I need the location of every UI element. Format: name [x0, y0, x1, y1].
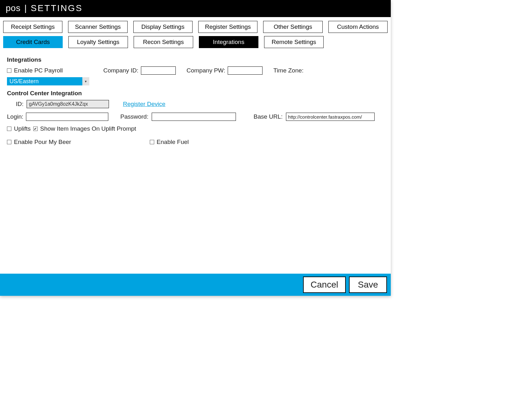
uplifts-row: Uplifts Show Item Images On Uplift Promp…: [7, 125, 384, 132]
cc-login-label: Login:: [7, 113, 23, 120]
register-device-link[interactable]: Register Device: [123, 101, 165, 108]
tabs-container: Receipt Settings Scanner Settings Displa…: [0, 17, 391, 48]
show-item-images-checkbox[interactable]: [33, 127, 38, 131]
tab-credit-cards[interactable]: Credit Cards: [3, 36, 63, 48]
timezone-label: Time Zone:: [273, 67, 303, 74]
misc-enables-row: Enable Pour My Beer Enable Fuel: [7, 139, 384, 146]
tab-custom-actions[interactable]: Custom Actions: [328, 21, 388, 33]
tab-loyalty-settings[interactable]: Loyalty Settings: [68, 36, 128, 48]
cc-id-row: ID: Register Device: [16, 100, 384, 108]
enable-pc-payroll-label: Enable PC Payroll: [14, 67, 63, 74]
cc-id-input[interactable]: [27, 100, 109, 108]
cancel-button[interactable]: Cancel: [303, 277, 346, 293]
company-pw-label: Company PW:: [187, 67, 225, 74]
tabs-row-1: Receipt Settings Scanner Settings Displa…: [3, 21, 388, 33]
enable-fuel-checkbox[interactable]: [150, 140, 154, 144]
save-button[interactable]: Save: [349, 277, 387, 293]
tabs-row-2: Credit Cards Loyalty Settings Recon Sett…: [3, 36, 388, 48]
control-center-title: Control Center Integration: [7, 90, 384, 97]
uplifts-checkbox[interactable]: [7, 127, 11, 131]
timezone-selected-value: US/Eastern: [10, 78, 39, 85]
page-section: SETTINGS: [31, 3, 83, 13]
cc-login-input[interactable]: [26, 113, 108, 121]
company-id-label: Company ID:: [103, 67, 138, 74]
tab-register-settings[interactable]: Register Settings: [198, 21, 257, 33]
settings-window: pos | SETTINGS Receipt Settings Scanner …: [0, 0, 391, 296]
footer-bar: Cancel Save: [0, 274, 391, 296]
window-titlebar: pos | SETTINGS: [0, 0, 391, 17]
tab-integrations[interactable]: Integrations: [199, 36, 258, 48]
title-separator: |: [23, 3, 28, 13]
tab-scanner-settings[interactable]: Scanner Settings: [68, 21, 127, 33]
cc-password-input[interactable]: [152, 113, 236, 121]
cc-baseurl-input[interactable]: [286, 113, 375, 121]
enable-pc-payroll-checkbox[interactable]: [7, 68, 11, 73]
cc-id-label: ID:: [16, 101, 23, 108]
cc-baseurl-label: Base URL:: [254, 113, 283, 120]
show-item-images-label: Show Item Images On Uplift Prompt: [40, 125, 136, 132]
integrations-title: Integrations: [7, 56, 384, 63]
tab-receipt-settings[interactable]: Receipt Settings: [3, 21, 62, 33]
tab-recon-settings[interactable]: Recon Settings: [134, 36, 193, 48]
chevron-down-icon: ▾: [82, 77, 89, 85]
enable-pour-my-beer-checkbox[interactable]: [7, 140, 11, 144]
cc-password-label: Password:: [120, 113, 149, 120]
cc-login-row: Login: Password: Base URL:: [7, 113, 384, 121]
tab-display-settings[interactable]: Display Settings: [133, 21, 193, 33]
integrations-panel: Integrations Enable PC Payroll Company I…: [0, 51, 391, 146]
tab-other-settings[interactable]: Other Settings: [263, 21, 322, 33]
tab-remote-settings[interactable]: Remote Settings: [264, 36, 324, 48]
payroll-row: Enable PC Payroll Company ID: Company PW…: [7, 66, 384, 85]
enable-pour-my-beer-label: Enable Pour My Beer: [14, 139, 71, 146]
enable-fuel-label: Enable Fuel: [157, 139, 189, 146]
company-pw-input[interactable]: [228, 66, 263, 75]
company-id-input[interactable]: [141, 66, 176, 75]
uplifts-label: Uplifts: [14, 125, 31, 132]
app-name: pos: [6, 3, 21, 13]
timezone-select[interactable]: US/Eastern ▾: [7, 77, 89, 85]
